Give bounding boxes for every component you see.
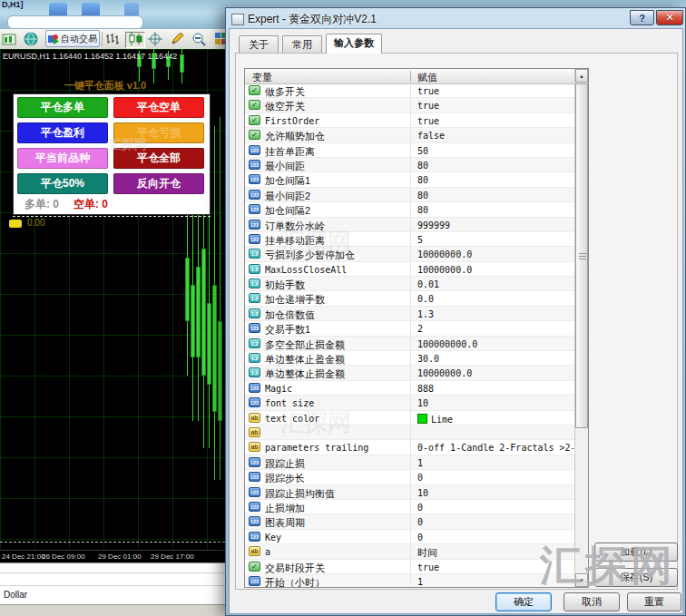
param-row[interactable]: ✓允许顺势加仓false [245, 128, 576, 142]
param-name: 图表周期 [265, 516, 305, 530]
param-value[interactable]: 999999 [417, 220, 450, 230]
param-row[interactable]: 123跟踪止损1 [245, 455, 576, 470]
param-row[interactable]: 123加仓间隔280 [245, 202, 576, 217]
param-value[interactable]: 0.0 [417, 294, 434, 304]
scroll-up-button[interactable]: ▲ [575, 69, 588, 83]
param-value[interactable]: true [417, 116, 439, 126]
param-name: MaxLossCloseAll [265, 265, 347, 275]
param-row[interactable]: 123跟踪止损均衡值10 [245, 485, 576, 500]
column-divider [410, 158, 411, 171]
globe-icon[interactable] [24, 32, 39, 46]
param-value[interactable]: 888 [417, 384, 434, 394]
param-row[interactable]: ✓做多开关true [245, 83, 576, 98]
zoom-out-icon[interactable] [191, 32, 207, 46]
param-row[interactable]: 123最小间距80 [245, 158, 576, 172]
column-divider [410, 232, 411, 246]
param-value[interactable]: 10000000.0 [417, 249, 472, 259]
panel-button[interactable]: 平仓多单 [17, 97, 108, 118]
param-value[interactable]: 0 [417, 473, 423, 483]
param-value[interactable]: 10 [417, 488, 428, 498]
auto-trading-button[interactable]: 自动交易 [45, 30, 100, 47]
param-value[interactable]: 80 [417, 205, 428, 215]
param-row[interactable]: abparameters_trailing0-off 1-Candle 2-Fr… [245, 440, 576, 455]
param-row[interactable]: 123挂首单距离50 [245, 143, 576, 158]
bar-chart-icon[interactable] [105, 32, 121, 46]
param-row[interactable]: 123Magic888 [245, 381, 576, 396]
param-row[interactable]: 123加仓间隔180 [245, 172, 576, 187]
candle-body [218, 321, 222, 421]
param-row[interactable]: 1.2多空全部止损金额100000000.0 [245, 337, 576, 351]
param-row[interactable]: 1.2单边整体止损金额10000000.0 [245, 366, 576, 380]
param-value[interactable]: 1.3 [417, 309, 434, 319]
param-row[interactable]: ✓交易时段开关true [245, 560, 576, 574]
param-row[interactable]: 123交易手数12 [245, 321, 576, 336]
tab-common[interactable]: 常用 [282, 35, 322, 53]
bool-type-icon: ✓ [249, 85, 260, 95]
help-button[interactable]: ? [630, 10, 654, 25]
param-value[interactable]: 1 [417, 577, 423, 587]
tab-about[interactable]: 关于 [239, 35, 279, 53]
param-row[interactable]: 1.2加仓递增手数0.0 [245, 291, 576, 306]
param-value[interactable]: true [417, 101, 439, 111]
param-row[interactable]: ✓FirstOrdertrue [245, 113, 576, 128]
param-row[interactable]: 1.2加仓倍数值1.3 [245, 307, 576, 321]
param-value[interactable]: 10 [417, 398, 428, 408]
param-value[interactable]: true [417, 562, 439, 572]
param-row[interactable]: aba时间 [245, 544, 576, 559]
param-value[interactable]: 5 [417, 235, 423, 245]
param-value[interactable]: 0.01 [417, 279, 439, 289]
param-name: 初始手数 [265, 279, 305, 292]
param-row[interactable]: 123Key0 [245, 530, 576, 544]
param-row[interactable]: 123开始（小时）1 [245, 574, 576, 588]
param-name: 交易手数1 [265, 323, 310, 337]
param-row[interactable]: 123图表周期0 [245, 514, 576, 529]
pencil-icon[interactable] [170, 32, 185, 46]
param-value[interactable]: 80 [417, 161, 428, 171]
param-value[interactable]: false [417, 131, 445, 141]
param-value[interactable]: 时间 [417, 546, 437, 560]
param-row[interactable]: 123跟踪步长0 [245, 470, 576, 484]
new-chart-icon[interactable] [2, 32, 17, 46]
profit-chip [9, 220, 22, 228]
crosshair-icon[interactable] [148, 32, 163, 46]
ok-button[interactable]: 确定 [495, 592, 552, 611]
param-value[interactable]: 80 [417, 191, 428, 200]
param-value[interactable]: 10000000.0 [417, 265, 472, 275]
param-value[interactable]: 1 [417, 458, 423, 468]
param-value[interactable]: 2 [417, 324, 423, 334]
scrollbar-thumb[interactable] [575, 83, 588, 428]
param-value[interactable]: 50 [417, 146, 428, 156]
param-value[interactable]: 30.0 [417, 354, 439, 364]
cancel-button[interactable]: 取消 [564, 592, 620, 611]
tab-inputs[interactable]: 输入参数 [326, 34, 382, 54]
param-row[interactable]: 123止损增加0 [245, 500, 576, 514]
param-value[interactable]: Lime [417, 414, 453, 425]
param-value[interactable]: 0-off 1-Candle 2-Fractals >2-... [417, 443, 573, 453]
param-row[interactable]: 1.2初始手数0.01 [245, 277, 576, 291]
panel-button[interactable]: 平仓空单 [113, 97, 204, 118]
param-value[interactable]: 0 [417, 503, 423, 513]
panel-button[interactable]: 平当前品种 [17, 148, 108, 169]
panel-button[interactable]: 平仓50% [17, 173, 108, 194]
param-value[interactable]: true [417, 86, 439, 96]
chart-area[interactable]: EURUSD,H1 1.16440 1.16452 1.16417 1.1644… [0, 49, 225, 550]
int-type-icon: 123 [249, 383, 260, 393]
param-value[interactable]: 0 [417, 533, 423, 543]
param-value[interactable]: 10000000.0 [417, 368, 472, 378]
candlestick-chart-icon[interactable] [125, 32, 145, 48]
buy-count-label: 多单: 0 [24, 197, 59, 212]
panel-button[interactable]: 反向开仓 [113, 173, 204, 194]
column-divider [410, 202, 411, 216]
param-row[interactable]: ✓做空开关true [245, 98, 576, 112]
close-button[interactable]: ✕ [656, 10, 683, 25]
reset-button[interactable]: 重置 [627, 592, 681, 611]
param-value[interactable]: 100000000.0 [417, 339, 477, 349]
param-row[interactable]: 1.2单边整体止盈金额30.0 [245, 351, 576, 366]
toolbar-field[interactable] [7, 15, 143, 29]
panel-button[interactable]: 平仓盈利 [17, 122, 108, 143]
param-value[interactable]: 0 [417, 517, 423, 527]
param-row[interactable]: 123最小间距280 [245, 188, 576, 202]
param-name: 跟踪步长 [265, 472, 305, 485]
param-value[interactable]: 80 [417, 175, 428, 185]
param-row[interactable]: 1.2MaxLossCloseAll10000000.0 [245, 262, 576, 277]
